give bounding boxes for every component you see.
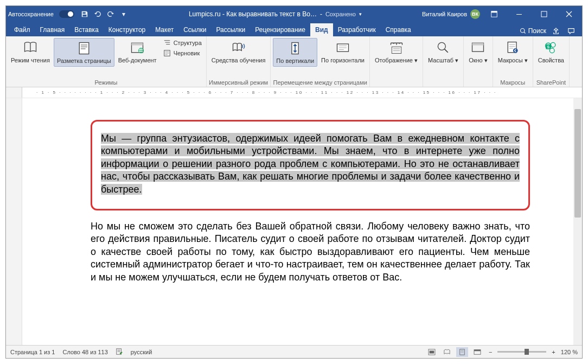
- vertical-scrollbar[interactable]: [573, 98, 582, 345]
- vertical-icon: [287, 40, 303, 56]
- svg-rect-18: [472, 43, 484, 45]
- svg-rect-10: [132, 43, 143, 45]
- window-button[interactable]: Окно ▾: [466, 38, 490, 66]
- print-view-icon[interactable]: [456, 347, 468, 357]
- macros-icon: [504, 40, 521, 56]
- macros-button[interactable]: Макросы ▾: [495, 38, 531, 66]
- language[interactable]: русский: [131, 349, 152, 355]
- qat-dropdown-icon[interactable]: ▾: [119, 9, 129, 19]
- autosave-toggle[interactable]: [59, 10, 74, 18]
- read-mode-button[interactable]: Режим чтения: [8, 38, 53, 66]
- tab-file[interactable]: Файл: [9, 23, 35, 36]
- draft-icon: [163, 49, 171, 58]
- web-layout-button[interactable]: Веб-документ: [116, 38, 159, 66]
- tab-help[interactable]: Справка: [381, 23, 416, 36]
- status-bar: Страница 1 из 1 Слово 48 из 113 русский …: [6, 345, 582, 358]
- paragraph-2[interactable]: Но мы не сможем это сделать без Вашей об…: [91, 220, 530, 284]
- title-bar: Автосохранение ▾ Lumpics.ru - Как выравн…: [6, 6, 582, 22]
- horizontal-icon: [335, 40, 351, 56]
- paragraph-1[interactable]: Мы — группа энтузиастов, одержимых идеей…: [101, 132, 520, 196]
- focus-view-icon[interactable]: [426, 347, 438, 357]
- zoom-out-button[interactable]: −: [487, 349, 494, 355]
- read-view-icon[interactable]: [441, 347, 453, 357]
- avatar: ВК: [470, 9, 480, 19]
- vertical-ruler[interactable]: [6, 98, 22, 345]
- tab-developer[interactable]: Разработчик: [333, 23, 381, 36]
- app-window: Автосохранение ▾ Lumpics.ru - Как выравн…: [5, 5, 583, 359]
- svg-rect-1: [491, 11, 497, 13]
- tab-view[interactable]: Вид: [310, 23, 333, 36]
- outline-button[interactable]: Структура: [161, 38, 204, 48]
- ribbon-options-icon[interactable]: [483, 6, 505, 22]
- share-button[interactable]: [551, 25, 561, 36]
- svg-rect-3: [541, 11, 547, 17]
- ribbon-tabs: Файл Главная Вставка Конструктор Макет С…: [6, 22, 582, 36]
- zoom-in-button[interactable]: +: [549, 349, 557, 355]
- svg-rect-31: [474, 349, 481, 351]
- user-name: Виталий Каиров: [422, 11, 467, 17]
- editor-area: Мы — группа энтузиастов, одержимых идеей…: [6, 98, 582, 345]
- document-title: Lumpics.ru - Как выравнивать текст в Во…: [189, 10, 317, 18]
- zoom-button[interactable]: Масштаб ▾: [425, 38, 461, 66]
- svg-rect-7: [81, 47, 87, 48]
- zoom-level[interactable]: 120 %: [561, 349, 578, 355]
- maximize-button[interactable]: [533, 6, 555, 22]
- draft-button[interactable]: Черновик: [161, 48, 204, 58]
- ribbon-group-zoom: Масштаб ▾: [423, 36, 464, 87]
- redo-icon[interactable]: [106, 9, 116, 19]
- zoom-slider[interactable]: [497, 351, 546, 353]
- scrollbar-thumb[interactable]: [574, 109, 581, 218]
- print-layout-button[interactable]: Разметка страницы: [54, 38, 114, 67]
- user-account[interactable]: Виталий Каиров ВК: [422, 9, 480, 19]
- svg-point-20: [513, 48, 518, 53]
- properties-button[interactable]: S Свойства: [535, 38, 567, 66]
- page-count[interactable]: Страница 1 из 1: [10, 349, 55, 355]
- search-box[interactable]: Поиск: [520, 27, 546, 35]
- tab-mailings[interactable]: Рассылки: [211, 23, 250, 36]
- search-label: Поиск: [528, 27, 546, 35]
- horizontal-button[interactable]: По горизонтали: [318, 38, 367, 66]
- ribbon-group-sharepoint: S Свойства SharePoint: [533, 36, 570, 87]
- tab-layout[interactable]: Макет: [150, 23, 178, 36]
- ribbon-group-modes: Режим чтения Разметка страницы Веб-докум…: [6, 36, 207, 87]
- page-layout-icon: [76, 40, 92, 56]
- horizontal-ruler[interactable]: · 1 · 5 · · · · · · · · 1 · · · 2 · · · …: [6, 87, 582, 98]
- book-icon: [22, 40, 39, 56]
- tab-insert[interactable]: Вставка: [69, 23, 104, 36]
- svg-point-4: [520, 29, 525, 33]
- ribbon-group-display: Отображение ▾: [370, 36, 423, 87]
- highlighted-selection-box: Мы — группа энтузиастов, одержимых идеей…: [91, 120, 530, 210]
- tab-home[interactable]: Главная: [35, 23, 70, 36]
- ribbon-group-immersive: Средства обучения Иммерсивный режим: [207, 36, 271, 87]
- web-view-icon[interactable]: [471, 347, 483, 357]
- save-icon[interactable]: [80, 9, 90, 19]
- outline-icon: [163, 39, 171, 47]
- comments-button[interactable]: [566, 25, 577, 36]
- page: Мы — группа энтузиастов, одержимых идеей…: [53, 109, 552, 315]
- undo-icon[interactable]: [93, 9, 103, 19]
- svg-point-22: [551, 42, 555, 47]
- svg-text:S: S: [547, 45, 549, 49]
- learning-tools-button[interactable]: Средства обучения: [209, 38, 269, 66]
- minimize-button[interactable]: [508, 6, 530, 22]
- window-icon: [470, 40, 486, 56]
- autosave-label: Автосохранение: [8, 11, 54, 17]
- spellcheck-icon[interactable]: [116, 348, 123, 356]
- word-count[interactable]: Слово 48 из 113: [62, 349, 107, 355]
- display-button[interactable]: Отображение ▾: [372, 38, 420, 66]
- close-button[interactable]: [558, 6, 580, 22]
- magnify-icon: [435, 40, 451, 56]
- vertical-button[interactable]: По вертикали: [273, 38, 317, 67]
- tab-design[interactable]: Конструктор: [104, 23, 150, 36]
- display-icon: [388, 40, 405, 56]
- save-status: Сохранено: [325, 11, 356, 17]
- tab-review[interactable]: Рецензирование: [250, 23, 310, 36]
- document-canvas[interactable]: Мы — группа энтузиастов, одержимых идеей…: [22, 98, 582, 345]
- document-title-area: Lumpics.ru - Как выравнивать текст в Во……: [189, 10, 362, 18]
- tab-references[interactable]: Ссылки: [178, 23, 211, 36]
- svg-rect-8: [81, 48, 86, 49]
- speaker-book-icon: [231, 40, 247, 56]
- ribbon-group-macros: Макросы ▾ Макросы: [493, 36, 533, 87]
- svg-rect-28: [430, 350, 434, 353]
- svg-rect-6: [81, 44, 87, 46]
